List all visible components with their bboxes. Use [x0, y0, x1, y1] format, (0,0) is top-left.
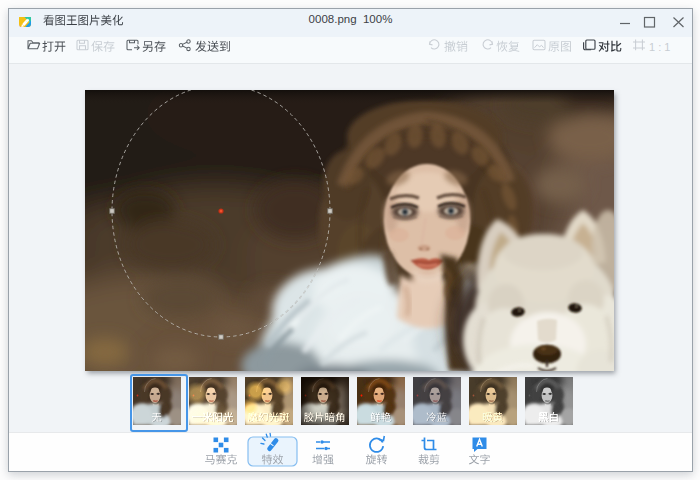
svg-text:1 : 1: 1 : 1: [649, 41, 670, 53]
